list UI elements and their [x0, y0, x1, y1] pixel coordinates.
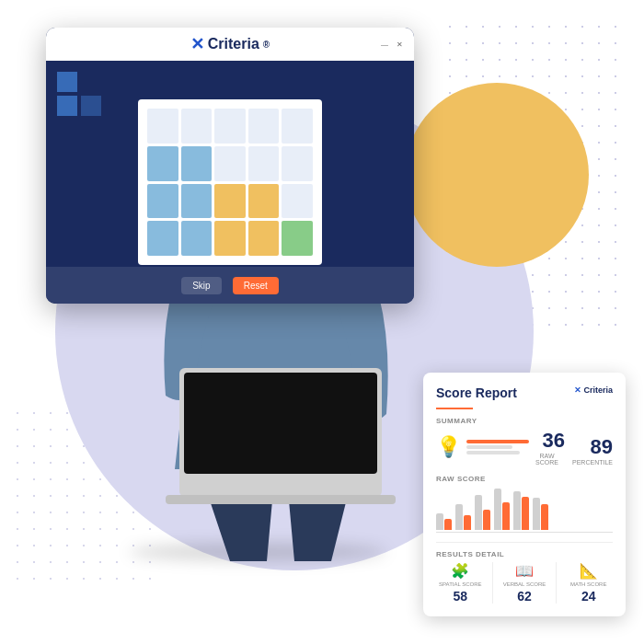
- raw-score-group: 36 RAW SCORE: [529, 429, 565, 466]
- detail-score-value: 24: [564, 589, 613, 604]
- grid-cell: [282, 184, 313, 219]
- grid-cell: [147, 109, 178, 144]
- bar-group: [436, 513, 452, 530]
- score-report-title: Score Report: [436, 385, 517, 400]
- bar-group: [475, 495, 490, 530]
- raw-score-value: 36: [529, 429, 565, 453]
- logo-registered: ®: [263, 40, 270, 50]
- titlebar: ✕ Criteria® — ✕: [46, 28, 414, 61]
- assess-bar-2: [466, 445, 512, 449]
- percentile-group: 89 PERCENTILE: [572, 435, 613, 466]
- detail-grid: 🧩SPATIAL SCORE58📖VERBAL SCORE62📐MATH SCO…: [436, 562, 613, 604]
- detail-score-value: 58: [436, 589, 485, 604]
- bar-orange: [522, 497, 529, 530]
- grid-cell: [248, 221, 280, 256]
- grid-cell: [248, 184, 280, 219]
- summary-label: Summary: [436, 417, 613, 425]
- results-detail: Results Detail 🧩SPATIAL SCORE58📖VERBAL S…: [436, 542, 613, 604]
- bar-gray: [513, 491, 521, 530]
- raw-score-sub: RAW SCORE: [529, 453, 565, 466]
- assessment-section: 💡 36 RAW SCORE 89 PERCENTILE: [436, 429, 613, 466]
- bar-orange: [541, 504, 548, 530]
- bar-gray: [436, 513, 443, 530]
- grid-cell: [147, 184, 178, 219]
- reset-button[interactable]: Reset: [233, 277, 279, 294]
- logo-text: Criteria: [208, 36, 259, 52]
- grid-cell: [214, 184, 246, 219]
- logo-x: ✕: [190, 34, 204, 54]
- grid-puzzle: [138, 99, 322, 265]
- detail-icon: 📖: [500, 562, 549, 580]
- bar-gray: [494, 489, 501, 530]
- detail-item: 📖VERBAL SCORE62: [500, 562, 558, 604]
- skip-button[interactable]: Skip: [181, 277, 221, 294]
- bar-group: [533, 498, 548, 530]
- svg-rect-8: [184, 373, 377, 474]
- score-report-logo: ✕ Criteria: [574, 385, 613, 395]
- detail-item: 🧩SPATIAL SCORE58: [436, 562, 493, 604]
- app-window: ✕ Criteria® — ✕ Skip Reset: [46, 28, 414, 304]
- tetris-shape: [57, 72, 103, 118]
- detail-icon: 📐: [564, 562, 613, 580]
- grid-cell: [147, 146, 178, 181]
- grid-cell: [282, 221, 313, 256]
- grid-cell: [214, 146, 246, 181]
- raw-score-label: Raw Score: [436, 475, 613, 483]
- grid-cell: [282, 146, 313, 181]
- bar-group: [455, 504, 471, 530]
- app-logo: ✕ Criteria®: [190, 34, 270, 54]
- assess-bar-1: [466, 440, 529, 443]
- raw-score-section: Raw Score: [436, 475, 613, 533]
- lightbulb-icon: 💡: [436, 435, 461, 459]
- grid-cell: [282, 109, 313, 144]
- grid-cell: [214, 221, 246, 256]
- bar-gray: [475, 495, 482, 530]
- bar-group: [494, 489, 510, 530]
- assess-bar-3: [466, 451, 520, 454]
- bar-orange: [502, 502, 510, 530]
- results-detail-label: Results Detail: [436, 550, 613, 558]
- assess-left: 💡: [436, 435, 529, 459]
- grid-cell: [181, 109, 213, 144]
- svg-rect-1: [57, 96, 77, 116]
- bar-orange: [444, 519, 452, 530]
- minimize-icon[interactable]: —: [379, 39, 390, 50]
- bar-gray: [533, 498, 540, 530]
- grid-cell: [181, 184, 213, 219]
- close-icon[interactable]: ✕: [394, 39, 405, 50]
- bar-orange: [464, 515, 471, 530]
- scores-right: 36 RAW SCORE 89 PERCENTILE: [529, 429, 613, 466]
- bar-orange: [483, 510, 490, 530]
- detail-score-value: 62: [500, 589, 549, 604]
- score-report-card: Score Report ✕ Criteria Summary 💡 36 RAW…: [423, 373, 626, 616]
- percentile-value: 89: [572, 435, 613, 459]
- detail-icon: 🧩: [436, 562, 485, 580]
- app-toolbar: Skip Reset: [46, 267, 414, 304]
- svg-rect-0: [57, 72, 77, 92]
- score-numbers: 36 RAW SCORE 89 PERCENTILE: [529, 429, 613, 466]
- detail-score-label: SPATIAL SCORE: [436, 581, 485, 587]
- detail-score-label: VERBAL SCORE: [500, 581, 549, 587]
- score-report-header: Score Report ✕ Criteria: [436, 385, 613, 400]
- grid-cell: [181, 221, 213, 256]
- bar-group: [513, 491, 529, 530]
- grid-cell: [181, 146, 213, 181]
- detail-score-label: MATH SCORE: [564, 581, 613, 587]
- percentile-sub: PERCENTILE: [572, 459, 613, 466]
- grid-cell: [214, 109, 246, 144]
- svg-rect-9: [166, 495, 396, 504]
- window-controls: — ✕: [379, 39, 405, 50]
- orange-divider: [436, 408, 473, 409]
- grid-cell: [248, 109, 280, 144]
- detail-item: 📐MATH SCORE24: [564, 562, 613, 604]
- grid-cell: [248, 146, 280, 181]
- grid-cell: [147, 221, 178, 256]
- svg-rect-2: [81, 96, 101, 116]
- bar-chart: [436, 487, 613, 533]
- app-body: Skip Reset: [46, 61, 414, 304]
- assess-bars: [466, 440, 529, 454]
- bar-gray: [455, 504, 463, 530]
